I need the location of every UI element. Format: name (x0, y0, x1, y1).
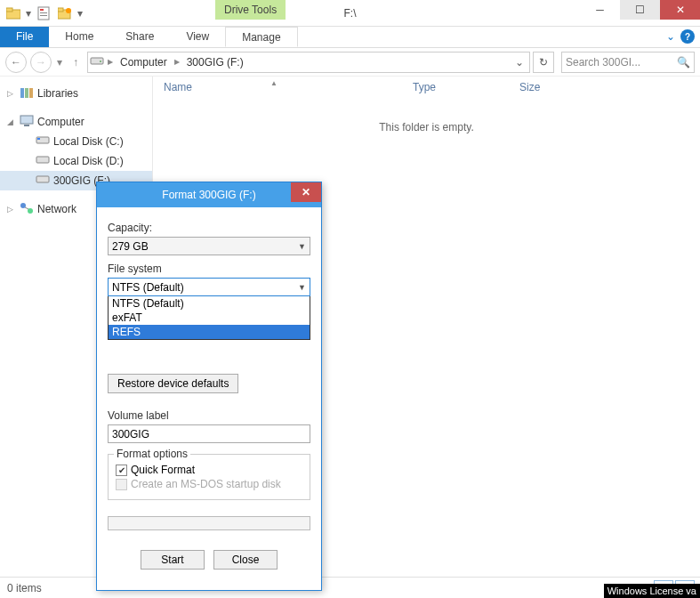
svg-rect-14 (20, 116, 33, 124)
address-dropdown-icon[interactable]: ⌄ (511, 56, 527, 69)
column-type[interactable]: Type (413, 81, 519, 93)
svg-rect-13 (29, 88, 33, 98)
checkbox-unchecked-icon (116, 479, 127, 490)
forward-button[interactable]: → (30, 52, 52, 73)
tree-local-c[interactable]: Local Disk (C:) (0, 132, 152, 151)
drive-icon (36, 174, 50, 188)
qat-dropdown-2[interactable]: ▾ (76, 4, 84, 23)
new-folder-icon[interactable] (55, 4, 75, 23)
tab-share[interactable]: Share (109, 27, 170, 47)
expand-icon[interactable]: ▷ (7, 205, 16, 214)
chevron-right-icon[interactable]: ▶ (173, 58, 181, 66)
tree-label: Local Disk (C:) (53, 135, 124, 148)
tab-home[interactable]: Home (49, 27, 109, 47)
network-icon (20, 202, 34, 216)
search-input[interactable]: Search 300GI... 🔍 (561, 52, 695, 73)
tree-local-d[interactable]: Local Disk (D:) (0, 151, 152, 171)
restore-defaults-button[interactable]: Restore device defaults (108, 374, 238, 393)
qat-dropdown-1[interactable]: ▾ (25, 4, 32, 23)
svg-rect-19 (36, 176, 49, 182)
tree-label: Computer (37, 116, 84, 128)
column-headers: Name ▲ Type Size (153, 77, 700, 98)
dialog-actions: Start Close (108, 550, 310, 570)
dialog-title: Format 300GIG (F:) (97, 189, 321, 201)
svg-rect-12 (25, 88, 28, 98)
tab-manage[interactable]: Manage (225, 27, 297, 47)
window-titlebar: ▾ ▾ Drive Tools F:\ ─ ☐ ✕ (0, 0, 700, 27)
address-bar[interactable]: ▶ Computer ▶ 300GIG (F:) ⌄ (87, 52, 530, 73)
format-progress-bar (108, 516, 310, 530)
filesystem-option-refs[interactable]: REFS (109, 325, 310, 339)
search-icon: 🔍 (677, 56, 690, 69)
svg-point-10 (100, 61, 101, 62)
computer-icon (20, 115, 34, 129)
window-close-button[interactable]: ✕ (660, 0, 700, 20)
quick-format-label: Quick Format (131, 464, 195, 476)
empty-folder-message: This folder is empty. (153, 121, 700, 133)
ribbon-tabs: File Home Share View Manage ⌄ ? (0, 27, 700, 48)
svg-rect-1 (6, 8, 12, 12)
properties-icon[interactable] (34, 4, 53, 23)
chevron-down-icon: ▼ (298, 242, 306, 251)
start-button[interactable]: Start (141, 550, 205, 570)
close-button[interactable]: Close (213, 550, 278, 570)
quick-format-checkbox[interactable]: ✔ Quick Format (116, 464, 302, 476)
folder-icon[interactable] (4, 4, 23, 23)
svg-line-22 (25, 207, 28, 209)
expand-icon[interactable]: ▷ (7, 89, 16, 98)
tab-file[interactable]: File (0, 27, 49, 47)
qat-icons: ▾ ▾ (0, 4, 84, 23)
minimize-button[interactable]: ─ (580, 0, 620, 20)
help-icon[interactable]: ? (680, 29, 695, 44)
tab-view[interactable]: View (170, 27, 225, 47)
checkbox-checked-icon: ✔ (116, 465, 127, 476)
back-button[interactable]: ← (5, 52, 27, 73)
dialog-body: Capacity: 279 GB ▼ File system NTFS (Def… (97, 207, 321, 578)
format-dialog: Format 300GIG (F:) ✕ Capacity: 279 GB ▼ … (96, 182, 322, 591)
volume-label-input[interactable] (108, 424, 310, 443)
filesystem-selected: NTFS (Default) (112, 281, 184, 294)
svg-rect-17 (37, 138, 40, 140)
dialog-close-button[interactable]: ✕ (291, 182, 321, 202)
column-name[interactable]: Name ▲ (164, 81, 413, 93)
capacity-value: 279 GB (112, 240, 149, 253)
column-label: Name (164, 81, 192, 93)
libraries-icon (20, 86, 34, 101)
chevron-right-icon[interactable]: ▶ (106, 58, 115, 66)
up-button[interactable]: ↑ (68, 54, 84, 70)
format-options-title: Format options (114, 448, 190, 460)
capacity-label: Capacity: (108, 222, 310, 234)
filesystem-option-exfat[interactable]: exFAT (109, 311, 310, 325)
tree-libraries[interactable]: ▷ Libraries (0, 84, 152, 103)
breadcrumb-computer[interactable]: Computer (117, 56, 171, 69)
sort-asc-icon: ▲ (270, 79, 278, 87)
filesystem-option-ntfs[interactable]: NTFS (Default) (109, 296, 310, 311)
svg-rect-5 (40, 15, 47, 16)
ribbon-expand-icon[interactable]: ⌄ (666, 30, 675, 43)
svg-rect-7 (58, 8, 63, 12)
chevron-down-icon: ▼ (298, 283, 306, 292)
svg-rect-9 (91, 58, 103, 64)
maximize-button[interactable]: ☐ (620, 0, 660, 20)
dialog-titlebar[interactable]: Format 300GIG (F:) ✕ (97, 182, 321, 207)
drive-icon (36, 134, 50, 149)
window-controls: ─ ☐ ✕ (580, 0, 700, 20)
history-dropdown[interactable]: ▾ (55, 56, 64, 69)
license-watermark: Windows License va (604, 584, 700, 598)
tree-computer[interactable]: ◢ Computer (0, 112, 152, 132)
refresh-button[interactable]: ↻ (533, 52, 554, 73)
msdos-label: Create an MS-DOS startup disk (131, 478, 281, 490)
capacity-select[interactable]: 279 GB ▼ (108, 237, 310, 255)
svg-rect-18 (36, 157, 49, 163)
svg-rect-15 (24, 125, 29, 126)
column-size[interactable]: Size (519, 81, 629, 93)
drive-tools-tab[interactable]: Drive Tools (215, 0, 286, 20)
filesystem-label: File system (108, 263, 310, 275)
filesystem-select[interactable]: NTFS (Default) ▼ (108, 278, 310, 296)
tree-label: Libraries (37, 87, 78, 100)
collapse-icon[interactable]: ◢ (7, 117, 16, 126)
drive-icon (36, 154, 50, 168)
breadcrumb-current[interactable]: 300GIG (F:) (183, 56, 247, 69)
nav-row: ← → ▾ ↑ ▶ Computer ▶ 300GIG (F:) ⌄ ↻ Sea… (0, 48, 700, 77)
svg-rect-4 (40, 12, 47, 13)
